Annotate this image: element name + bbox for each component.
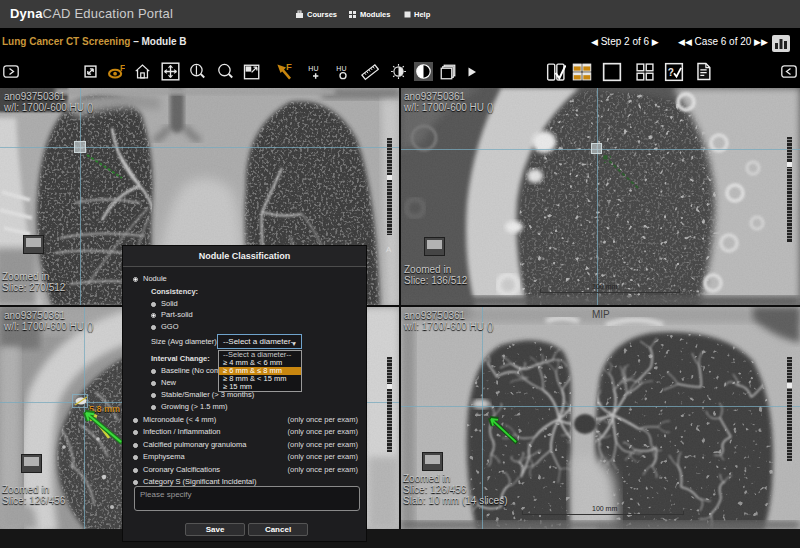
svg-text:HU: HU bbox=[308, 65, 318, 72]
svg-text:?: ? bbox=[668, 66, 674, 77]
svg-text:HU: HU bbox=[336, 65, 346, 72]
svg-text:F: F bbox=[286, 62, 292, 72]
svg-text:F: F bbox=[120, 63, 125, 73]
